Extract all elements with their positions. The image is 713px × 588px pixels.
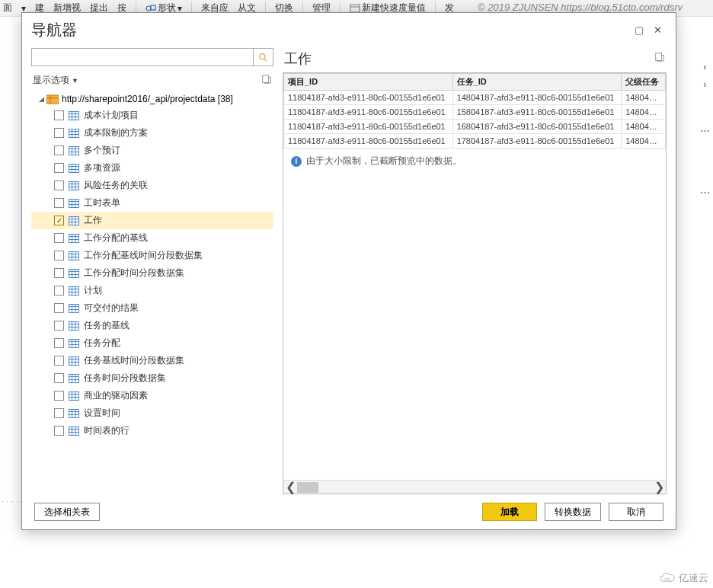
- checkbox[interactable]: [54, 181, 64, 190]
- table-icon: [69, 391, 79, 401]
- checkbox[interactable]: [54, 321, 64, 331]
- chevron-left-icon[interactable]: ‹: [703, 61, 706, 72]
- ellipsis-icon[interactable]: ⋯: [700, 187, 710, 198]
- tree-item-label: 工作分配时间分段数据集: [84, 267, 184, 280]
- tree-item-label: 任务基线时间分段数据集: [84, 354, 184, 367]
- restore-button[interactable]: ▢: [630, 21, 648, 40]
- checkbox[interactable]: [54, 408, 64, 418]
- tree-root[interactable]: ◢ http://sharepoint2016/_api/projectdata…: [31, 91, 273, 107]
- tree-item[interactable]: 成本限制的方案: [31, 124, 273, 142]
- tree-item[interactable]: 任务的基线: [31, 317, 273, 334]
- ribbon-item[interactable]: 面: [3, 2, 12, 14]
- tree-item[interactable]: 任务分配: [31, 334, 273, 352]
- checkbox[interactable]: [54, 216, 64, 225]
- refresh-icon[interactable]: [261, 74, 272, 87]
- svg-rect-80: [69, 356, 79, 365]
- cancel-button[interactable]: 取消: [609, 503, 663, 521]
- tree-item[interactable]: 多项资源: [31, 159, 273, 177]
- column-header[interactable]: 项目_ID: [284, 74, 453, 91]
- table-cell: 15804187-afd3-e911-80c6-00155d1e6e01: [452, 105, 622, 120]
- checkbox[interactable]: [54, 303, 64, 313]
- table-row[interactable]: 11804187-afd3-e911-80c6-00155d1e6e011680…: [284, 120, 666, 134]
- tree-item-label: 设置时间: [84, 407, 120, 420]
- load-button[interactable]: 加载: [482, 503, 537, 521]
- preview-options-icon[interactable]: [654, 52, 665, 66]
- table-cell: 11804187-afd3-e911-80c6-00155d1e6e01: [284, 120, 453, 134]
- column-header[interactable]: 父级任务: [622, 74, 666, 91]
- table-cell: 14804187: [622, 91, 666, 105]
- select-related-button[interactable]: 选择相关表: [34, 503, 100, 521]
- tree-item-label: 工作分配基线时间分段数据集: [84, 249, 203, 262]
- checkbox[interactable]: [54, 356, 64, 366]
- tree-item[interactable]: 风险任务的关联: [31, 177, 273, 194]
- navigator-tree[interactable]: ◢ http://sharepoint2016/_api/projectdata…: [31, 91, 273, 494]
- display-options-dropdown[interactable]: 显示选项 ▼: [33, 74, 78, 87]
- tree-item-label: 任务的基线: [84, 319, 129, 332]
- checkbox[interactable]: [54, 163, 64, 173]
- table-row[interactable]: 11804187-afd3-e911-80c6-00155d1e6e011780…: [284, 134, 666, 149]
- checkbox[interactable]: [54, 251, 64, 260]
- table-cell: 14804187: [622, 120, 666, 134]
- tree-item[interactable]: 工时表单: [31, 194, 273, 212]
- transform-button[interactable]: 转换数据: [545, 503, 601, 521]
- dialog-title: 导航器: [31, 20, 630, 40]
- checkbox[interactable]: [54, 426, 64, 436]
- table-icon: [69, 304, 79, 313]
- checkbox[interactable]: [54, 110, 64, 120]
- checkbox[interactable]: [54, 268, 64, 278]
- table-icon: [69, 374, 79, 383]
- table-icon: [69, 251, 79, 260]
- table-icon: [69, 199, 79, 208]
- tree-item[interactable]: 多个预订: [31, 142, 273, 159]
- checkbox[interactable]: [54, 373, 64, 383]
- tree-item-label: 时间表的行: [84, 424, 129, 437]
- dialog-footer: 选择相关表 加载 转换数据 取消: [22, 494, 676, 529]
- horizontal-scrollbar[interactable]: ❮ ❯: [283, 480, 666, 494]
- column-header[interactable]: 任务_ID: [452, 74, 622, 91]
- checkbox[interactable]: [54, 198, 64, 208]
- scroll-thumb[interactable]: [297, 482, 318, 493]
- scroll-left-icon[interactable]: ❮: [283, 481, 297, 494]
- search-button[interactable]: [254, 48, 273, 66]
- tree-item[interactable]: 成本计划项目: [31, 107, 273, 124]
- tree-item-label: 多个预订: [84, 144, 120, 157]
- table-icon: [69, 356, 79, 366]
- close-button[interactable]: ✕: [648, 21, 667, 40]
- svg-rect-15: [69, 129, 79, 137]
- checkbox[interactable]: [54, 391, 64, 401]
- tree-item[interactable]: 时间表的行: [31, 422, 273, 439]
- tree-item[interactable]: 可交付的结果: [31, 299, 273, 317]
- ellipsis-icon[interactable]: ⋯: [700, 125, 710, 136]
- tree-item-label: 任务分配: [84, 337, 120, 350]
- tree-item[interactable]: 计划: [31, 282, 273, 299]
- search-input[interactable]: [31, 48, 254, 66]
- checkbox[interactable]: [54, 286, 64, 296]
- tree-item-label: 工作分配的基线: [84, 232, 148, 244]
- table-row[interactable]: 11804187-afd3-e911-80c6-00155d1e6e011580…: [284, 105, 666, 120]
- checkbox[interactable]: [54, 233, 64, 243]
- checkbox[interactable]: [54, 128, 64, 138]
- svg-rect-70: [69, 321, 79, 330]
- tree-item-label: 成本计划项目: [84, 109, 139, 122]
- tree-item-label: 任务时间分段数据集: [84, 372, 166, 385]
- table-icon: [69, 181, 79, 190]
- table-cell: 16804187-afd3-e911-80c6-00155d1e6e01: [452, 120, 622, 134]
- tree-item[interactable]: 工作分配基线时间分段数据集: [31, 247, 273, 264]
- checkbox[interactable]: [54, 338, 64, 348]
- checkbox[interactable]: [54, 145, 64, 155]
- table-row[interactable]: 11804187-afd3-e911-80c6-00155d1e6e011480…: [284, 91, 666, 105]
- tree-item[interactable]: 工作分配的基线: [31, 229, 273, 247]
- collapse-icon[interactable]: ◢: [39, 95, 44, 103]
- tree-item[interactable]: 任务时间分段数据集: [31, 369, 273, 387]
- tree-item[interactable]: 商业的驱动因素: [31, 387, 273, 404]
- tree-item[interactable]: 任务基线时间分段数据集: [31, 352, 273, 369]
- tree-item[interactable]: 设置时间: [31, 404, 273, 422]
- svg-rect-20: [69, 146, 79, 155]
- chevron-right-icon[interactable]: ›: [703, 78, 706, 90]
- scroll-right-icon[interactable]: ❯: [652, 481, 666, 494]
- navigator-dialog: 导航器 ▢ ✕ 显示选项 ▼ ◢: [21, 12, 676, 530]
- svg-rect-105: [656, 53, 662, 61]
- table-icon: [69, 164, 79, 173]
- tree-item[interactable]: 工作: [31, 212, 273, 229]
- tree-item[interactable]: 工作分配时间分段数据集: [31, 264, 273, 282]
